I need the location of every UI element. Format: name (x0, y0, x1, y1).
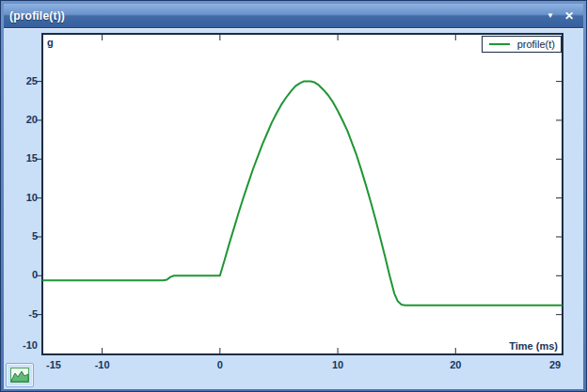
window-title: (profile(t)) (4, 9, 65, 23)
y-tick-label: 0 (11, 269, 38, 280)
x-tick-label: 10 (322, 359, 354, 370)
y-tick-label: -10 (11, 339, 38, 351)
y-tick-label: 5 (11, 230, 38, 242)
window-menu-icon[interactable]: ▼ (542, 4, 559, 27)
y-tick-label: 10 (11, 192, 38, 203)
y-tick-label: 20 (11, 114, 38, 125)
x-axis-title-label: Time (ms) (509, 340, 558, 352)
titlebar[interactable]: (profile(t)) ▼ ✕ (4, 4, 583, 28)
plot-window: (profile(t)) ▼ ✕ g Time (ms) -15-1001020… (0, 0, 587, 392)
x-tick-label: 29 (539, 359, 571, 370)
legend-line-sample (489, 43, 510, 45)
x-tick-label: 20 (439, 359, 471, 370)
legend[interactable]: profile(t) (482, 36, 562, 53)
legend-entry-label[interactable]: profile(t) (517, 38, 555, 51)
y-tick-label: -5 (11, 308, 38, 320)
close-icon[interactable]: ✕ (561, 4, 578, 27)
y-tick-label: 25 (11, 75, 38, 86)
x-tick-label: 0 (204, 359, 236, 370)
y-axis-unit-label: g (47, 37, 54, 48)
plot-panel: g Time (ms) -15-100102029 2520151050-5-1… (4, 28, 583, 389)
plot-area[interactable] (41, 33, 563, 355)
x-tick-label: -10 (87, 359, 119, 370)
plot-thumbnail-button[interactable] (6, 363, 34, 387)
area-chart-icon (10, 368, 29, 383)
y-tick-label: 15 (11, 152, 38, 164)
x-tick-label: -15 (38, 359, 70, 370)
